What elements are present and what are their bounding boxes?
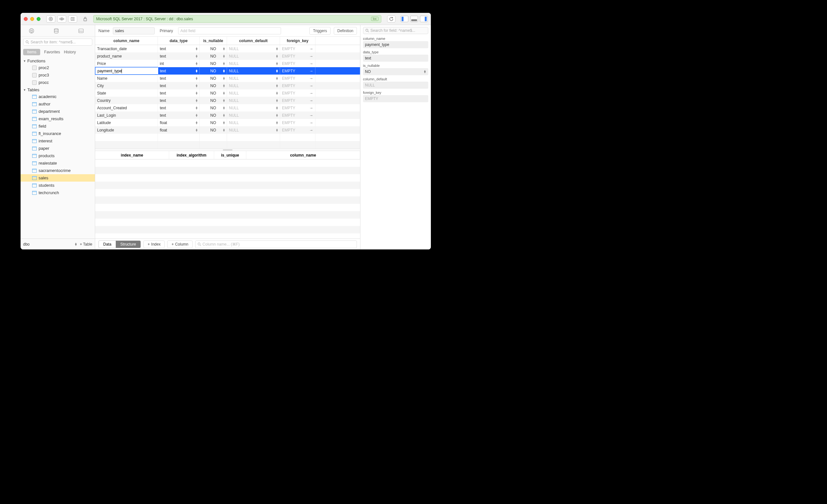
column-row[interactable]: Countrytext▲▼NO▲▼NULL▲▼EMPTY→ — [95, 97, 360, 104]
column-fk-cell[interactable]: EMPTY→ — [280, 119, 315, 126]
stepper-icon[interactable]: ▲▼ — [223, 92, 226, 95]
column-nullable-cell[interactable]: NO▲▼ — [200, 89, 227, 97]
stepper-icon[interactable]: ▲▼ — [276, 99, 279, 102]
column-name-edit[interactable]: payment_type — [95, 67, 158, 75]
stepper-icon[interactable]: ▲▼ — [195, 55, 198, 58]
idx-header-algo[interactable]: index_algorithm — [169, 151, 214, 159]
stepper-icon[interactable]: ▲▼ — [276, 106, 279, 110]
column-fk-cell[interactable]: EMPTY→ — [280, 60, 315, 67]
stepper-icon[interactable]: ▲▼ — [276, 77, 279, 80]
plug-icon[interactable] — [29, 28, 38, 34]
inspector-field-value[interactable]: text — [363, 55, 428, 62]
stepper-icon[interactable]: ▲▼ — [223, 77, 226, 80]
sidebar-tab-favorites[interactable]: Favorites — [44, 50, 60, 54]
stepper-icon[interactable]: ▲▼ — [195, 47, 198, 50]
stepper-icon[interactable]: ▲▼ — [223, 106, 226, 110]
column-name-cell[interactable]: Name — [95, 74, 158, 82]
column-row[interactable]: product_nametext▲▼NO▲▼NULL▲▼EMPTY→ — [95, 52, 360, 60]
column-type-cell[interactable]: float▲▼ — [158, 126, 200, 134]
column-fk-cell[interactable]: EMPTY→ — [280, 97, 315, 104]
col-header-default[interactable]: column_default — [227, 37, 280, 45]
stepper-icon[interactable]: ▲▼ — [276, 114, 279, 117]
column-fk-cell[interactable]: EMPTY→ — [280, 82, 315, 89]
col-header-nullable[interactable]: is_nullable — [200, 37, 227, 45]
indexes-body[interactable] — [95, 159, 360, 239]
cancel-icon[interactable] — [46, 15, 55, 22]
column-nullable-cell[interactable]: NO▲▼ — [200, 67, 227, 74]
stepper-icon[interactable]: ▲▼ — [195, 92, 198, 95]
column-default-cell[interactable]: NULL▲▼ — [227, 119, 280, 126]
column-nullable-cell[interactable]: NO▲▼ — [200, 82, 227, 89]
stepper-icon[interactable]: ▲▼ — [223, 55, 226, 58]
inspector-field-value[interactable]: payment_type — [363, 41, 428, 48]
add-index-button[interactable]: +Index — [143, 241, 165, 248]
schema-select[interactable]: dbo ▲▼ — [23, 242, 77, 247]
column-default-cell[interactable]: NULL▲▼ — [227, 104, 280, 111]
column-type-cell[interactable]: text▲▼ — [158, 52, 200, 60]
tree-item[interactable]: field — [20, 122, 95, 130]
add-table-button[interactable]: + Table — [80, 242, 92, 247]
column-nullable-cell[interactable]: NO▲▼ — [200, 52, 227, 60]
add-field-input[interactable]: Add field — [178, 27, 281, 34]
column-name-cell[interactable]: Latitude — [95, 119, 158, 126]
column-row[interactable]: Last_Logintext▲▼NO▲▼NULL▲▼EMPTY→ — [95, 111, 360, 119]
inspector-search-input[interactable]: Search for field: ^name$... — [363, 27, 428, 34]
stepper-icon[interactable]: ▲▼ — [195, 62, 198, 65]
column-name-cell[interactable]: Account_Created — [95, 104, 158, 111]
column-name-cell[interactable]: product_name — [95, 52, 158, 60]
column-default-cell[interactable]: NULL▲▼ — [227, 97, 280, 104]
stepper-icon[interactable]: ▲▼ — [223, 129, 226, 132]
sidebar-tab-history[interactable]: History — [64, 50, 76, 54]
column-name-cell[interactable]: Transaction_date — [95, 45, 158, 52]
definition-button[interactable]: Definition — [334, 27, 357, 35]
column-name-cell[interactable]: City — [95, 82, 158, 89]
add-column-button[interactable]: +Column — [167, 241, 192, 248]
column-row[interactable]: Nametext▲▼NO▲▼NULL▲▼EMPTY→ — [95, 74, 360, 82]
stepper-icon[interactable]: ▲▼ — [276, 69, 279, 72]
inspector-field-value[interactable]: NULL — [363, 82, 428, 89]
column-type-cell[interactable]: int▲▼ — [158, 60, 200, 67]
column-name-cell[interactable]: Longitude — [95, 126, 158, 134]
column-default-cell[interactable]: NULL▲▼ — [227, 60, 280, 67]
eye-icon[interactable] — [57, 15, 66, 22]
column-fk-cell[interactable]: EMPTY→ — [280, 45, 315, 52]
tree-item[interactable]: procc — [20, 79, 95, 86]
stepper-icon[interactable]: ▲▼ — [223, 114, 226, 117]
tree-item[interactable]: sales — [20, 174, 95, 182]
sidebar-tree[interactable]: ▼ Functionsproc2proc3procc▼ Tablesacadem… — [20, 57, 95, 239]
column-fk-cell[interactable]: EMPTY→ — [280, 52, 315, 60]
tree-item[interactable]: paper — [20, 145, 95, 152]
tree-item[interactable]: sacramentocrime — [20, 167, 95, 174]
stepper-icon[interactable]: ▲▼ — [276, 129, 279, 132]
stepper-icon[interactable]: ▲▼ — [223, 84, 226, 88]
column-type-cell[interactable]: text▲▼ — [158, 82, 200, 89]
column-type-cell[interactable]: text▲▼ — [158, 89, 200, 97]
horizontal-splitter[interactable] — [95, 149, 360, 151]
column-type-cell[interactable]: float▲▼ — [158, 119, 200, 126]
table-name-input[interactable]: sales — [113, 27, 155, 34]
column-default-cell[interactable]: NULL▲▼ — [227, 52, 280, 60]
inspector-field-value[interactable]: NO▲▼ — [363, 68, 428, 75]
column-fk-cell[interactable]: EMPTY→ — [280, 104, 315, 111]
col-header-name[interactable]: column_name — [95, 37, 158, 45]
col-header-type[interactable]: data_type — [158, 37, 200, 45]
column-name-cell[interactable]: Price — [95, 60, 158, 67]
column-type-cell[interactable]: text▲▼ — [158, 97, 200, 104]
column-fk-cell[interactable]: EMPTY→ — [280, 111, 315, 119]
column-type-cell[interactable]: text▲▼ — [158, 104, 200, 111]
column-fk-cell[interactable]: EMPTY→ — [280, 126, 315, 134]
stepper-icon[interactable]: ▲▼ — [195, 121, 198, 124]
tree-item[interactable]: fl_insurance — [20, 130, 95, 137]
indent-icon[interactable] — [68, 15, 77, 22]
column-nullable-cell[interactable]: NO▲▼ — [200, 45, 227, 52]
stepper-icon[interactable]: ▲▼ — [276, 92, 279, 95]
lock-icon[interactable] — [82, 15, 89, 22]
primary-link[interactable]: Primary — [158, 27, 175, 34]
stepper-icon[interactable]: ▲▼ — [276, 84, 279, 88]
tree-item[interactable]: department — [20, 108, 95, 115]
stepper-icon[interactable]: ▲▼ — [195, 114, 198, 117]
column-row[interactable]: Citytext▲▼NO▲▼NULL▲▼EMPTY→ — [95, 82, 360, 89]
minimize-window-button[interactable] — [30, 17, 34, 21]
stepper-icon[interactable]: ▲▼ — [223, 62, 226, 65]
column-row[interactable]: Account_Createdtext▲▼NO▲▼NULL▲▼EMPTY→ — [95, 104, 360, 111]
